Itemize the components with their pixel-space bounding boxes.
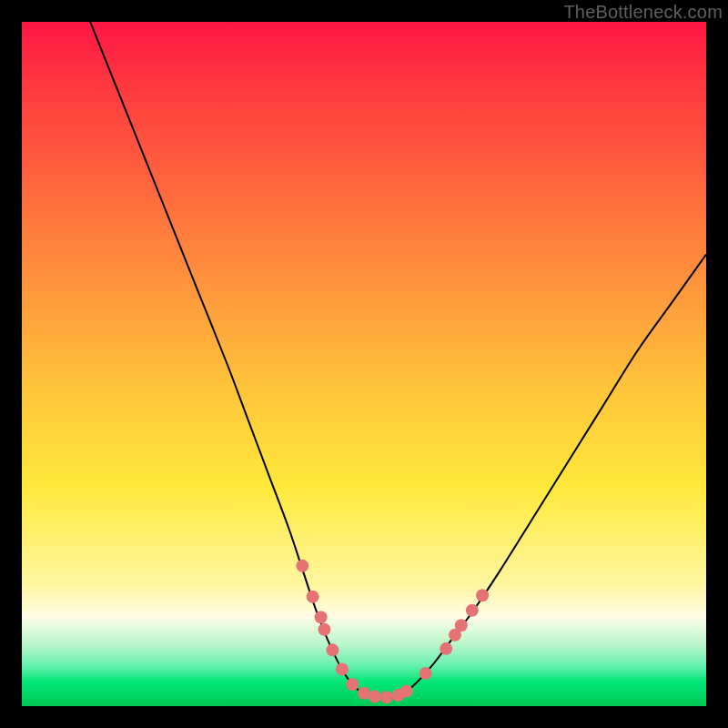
- marker-dot: [307, 591, 319, 603]
- marker-dot: [466, 604, 479, 617]
- marker-dot: [380, 691, 393, 703]
- plot-area: [22, 22, 706, 706]
- marker-dot: [476, 589, 489, 602]
- watermark-text: TheBottleneck.com: [563, 2, 723, 23]
- marker-dot: [326, 643, 339, 656]
- marker-dot: [358, 687, 370, 700]
- chart-frame: TheBottleneck.com: [0, 0, 728, 728]
- marker-dot: [420, 667, 432, 680]
- marker-dot: [318, 623, 330, 636]
- marker-dot: [336, 662, 349, 675]
- highlight-dots: [296, 560, 489, 703]
- marker-dot: [315, 611, 328, 623]
- marker-dot: [296, 560, 308, 572]
- marker-dot: [400, 684, 413, 697]
- marker-dot: [346, 678, 359, 691]
- marker-dot: [440, 642, 452, 655]
- chart-svg: [22, 22, 706, 706]
- marker-dot: [369, 690, 381, 703]
- marker-dot: [455, 619, 468, 632]
- bottleneck-curve: [90, 22, 706, 698]
